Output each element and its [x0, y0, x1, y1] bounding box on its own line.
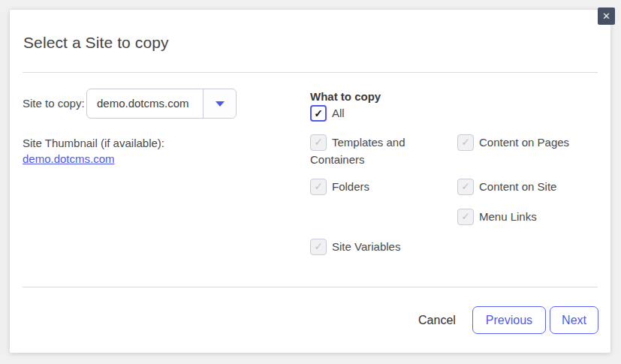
empty-cell [310, 209, 457, 239]
footer-actions: Cancel Previous Next [418, 306, 598, 334]
previous-button[interactable]: Previous [472, 306, 546, 334]
close-icon: ✕ [602, 11, 610, 22]
option-label: Menu Links [479, 210, 537, 223]
site-thumbnail-link[interactable]: demo.dotcms.com [23, 151, 115, 167]
option-templates-and-containers: ✓ Templates and Containers [310, 134, 457, 179]
option-label: Content on Site [479, 180, 556, 193]
check-icon: ✓ [461, 136, 470, 148]
all-checkbox-label: All [332, 107, 345, 119]
site-thumbnail-label: Site Thumbnail (if available): [23, 135, 164, 151]
site-select-value: demo.dotcms.com [97, 89, 203, 118]
check-icon: ✓ [314, 136, 323, 148]
site-select-arrow-button[interactable] [203, 89, 236, 118]
option-label: Site Variables [332, 240, 400, 253]
footer-divider [23, 287, 598, 287]
check-icon: ✓ [461, 210, 470, 222]
templates-and-containers-checkbox[interactable]: ✓ [310, 134, 327, 151]
close-button[interactable]: ✕ [598, 8, 615, 25]
next-button[interactable]: Next [550, 306, 598, 334]
what-to-copy-heading: What to copy [310, 89, 381, 104]
option-folders: ✓ Folders [310, 179, 457, 209]
option-label: Content on Pages [479, 136, 569, 149]
copy-site-dialog: ✕ Select a Site to copy Site to copy: de… [10, 10, 610, 353]
site-to-copy-label: Site to copy: [23, 96, 85, 111]
folders-checkbox[interactable]: ✓ [310, 179, 327, 195]
all-checkbox[interactable]: ✓ [310, 105, 327, 122]
option-all: ✓ All [310, 105, 345, 122]
site-select-dropdown[interactable]: demo.dotcms.com [86, 89, 237, 119]
header-divider [23, 72, 598, 73]
content-on-site-checkbox[interactable]: ✓ [457, 179, 474, 195]
cancel-button[interactable]: Cancel [418, 314, 456, 327]
check-icon: ✓ [314, 240, 323, 252]
option-label: Folders [332, 180, 369, 193]
site-variables-checkbox[interactable]: ✓ [310, 239, 327, 255]
check-icon: ✓ [461, 180, 470, 192]
option-content-on-pages: ✓ Content on Pages [457, 134, 604, 179]
option-content-on-site: ✓ Content on Site [457, 179, 604, 209]
empty-cell [457, 239, 604, 256]
chevron-down-icon [216, 101, 225, 107]
what-to-copy-grid: ✓ Templates and Containers ✓ Content on … [310, 134, 604, 256]
check-icon: ✓ [314, 107, 323, 119]
dialog-title: Select a Site to copy [23, 34, 169, 52]
content-on-pages-checkbox[interactable]: ✓ [457, 134, 474, 151]
option-menu-links: ✓ Menu Links [457, 209, 604, 239]
option-site-variables: ✓ Site Variables [310, 239, 457, 256]
menu-links-checkbox[interactable]: ✓ [457, 209, 474, 225]
check-icon: ✓ [314, 180, 323, 192]
